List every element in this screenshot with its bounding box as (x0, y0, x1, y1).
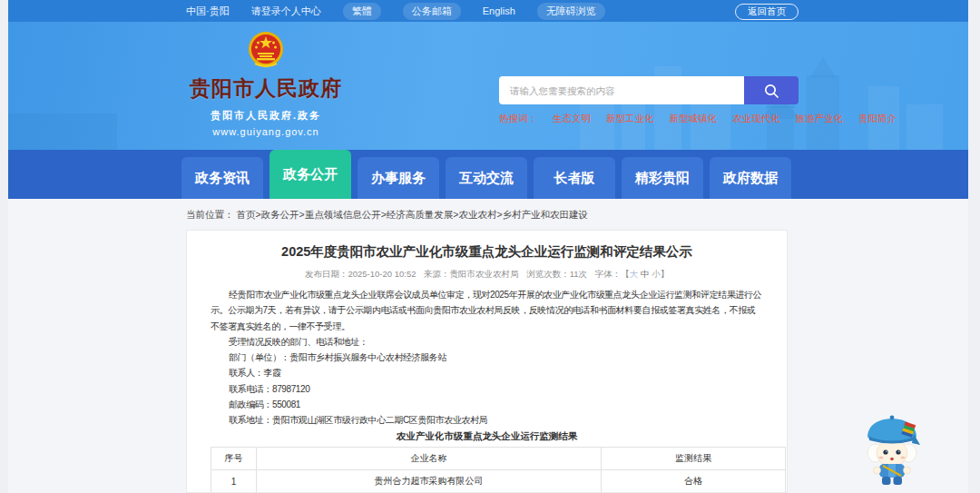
link-traditional-chinese[interactable]: 繁體 (343, 3, 381, 20)
site-url: www.guiyang.gov.cn (186, 126, 346, 137)
site-subtitle: 贵阳市人民政府.政务 (186, 109, 346, 123)
table-header-row: 序号 企业名称 监测结果 (211, 447, 786, 469)
publish-date-label: 发布日期： (305, 269, 348, 279)
views-label: 浏览次数： (526, 269, 570, 279)
publish-date: 2025-10-20 10:52 (348, 269, 416, 279)
font-size-medium-button[interactable]: 中 (641, 269, 650, 279)
paragraph: 联系电话：87987120 (211, 381, 763, 397)
row-no: 1 (211, 469, 257, 493)
back-home-button[interactable]: 返回首页 (735, 4, 799, 20)
breadcrumb-label: 当前位置： (186, 209, 234, 220)
col-header-no: 序号 (211, 447, 257, 469)
nav-tab-splendid-guiyang[interactable]: 精彩贵阳 (622, 157, 703, 199)
paragraph: 部门（单位）：贵阳市乡村振兴服务中心农村经济服务站 (211, 350, 763, 365)
hot-term[interactable]: 生态文明 (553, 113, 591, 125)
hot-term[interactable]: 新型工业化 (606, 113, 654, 125)
link-official-mail[interactable]: 公务邮箱 (403, 3, 461, 20)
hot-term[interactable]: 旅游产业化 (796, 113, 844, 125)
nav-tab-interaction[interactable]: 互动交流 (446, 157, 527, 199)
paragraph: 经贵阳市农业产业化市级重点龙头企业联席会议成员单位审定，现对2025年开展的农业… (211, 287, 763, 334)
breadcrumb-path[interactable]: 首页>政务公开>重点领域信息公开>经济高质量发展>农业农村>乡村产业和农田建设 (236, 209, 588, 220)
paragraph: 邮政编码：550081 (211, 397, 763, 412)
site-logo-block[interactable]: 贵阳市人民政府 贵阳市人民政府.政务 www.guiyang.gov.cn (186, 29, 346, 137)
article-meta: 发布日期：2025-10-20 10:52 来源：贵阳市农业农村局 浏览次数：1… (187, 269, 787, 281)
font-size-label: 字体： (595, 269, 622, 279)
main-nav: 政务资讯 政务公开 办事服务 互动交流 长者版 精彩贵阳 政府数据 (8, 150, 968, 199)
cityscape-silhouette (8, 50, 968, 150)
search-input[interactable] (499, 76, 744, 104)
article-body: 经贵阳市农业产业化市级重点龙头企业联席会议成员单位审定，现对2025年开展的农业… (211, 287, 763, 429)
paragraph: 联系人：李霞 (211, 365, 763, 380)
nav-tab-news[interactable]: 政务资讯 (181, 157, 263, 199)
font-size-small-button[interactable]: 小 (652, 269, 661, 279)
link-accessibility[interactable]: 无障碍浏览 (537, 3, 605, 20)
paragraph: 受理情况反映的部门、电话和地址： (211, 334, 763, 350)
mascot-assistant-figure[interactable] (862, 410, 922, 487)
monitoring-result-table: 序号 企业名称 监测结果 1 贵州合力超市采购有限公司 合格 2 贵州友禾种业有… (211, 447, 786, 493)
page: 中国·贵阳 请登录个人中心 繁體 公务邮箱 English 无障碍浏览 返回首页 (8, 0, 968, 493)
monitor-result: 合格 (602, 469, 786, 493)
views: 11次 (570, 269, 587, 279)
breadcrumb: 当前位置： 首页>政务公开>重点领域信息公开>经济高质量发展>农业农村>乡村产业… (186, 209, 588, 222)
paragraph: 联系地址：贵阳市观山湖区市级行政中心二期C区贵阳市农业农村局 (211, 412, 763, 428)
article-title: 2025年度贵阳市农业产业化市级重点龙头企业运行监测和评定结果公示 (187, 243, 787, 261)
hot-term[interactable]: 农业现代化 (732, 113, 780, 125)
link-english[interactable]: English (483, 5, 515, 16)
company-name: 贵州合力超市采购有限公司 (257, 469, 602, 493)
search-icon (763, 83, 779, 99)
link-login-personal-center[interactable]: 请登录个人中心 (251, 5, 321, 18)
search-button[interactable] (744, 76, 799, 104)
source-label: 来源： (424, 269, 450, 279)
table-caption: 农业产业化市级重点龙头企业运行监测结果 (187, 430, 787, 443)
nav-tab-services[interactable]: 办事服务 (358, 157, 439, 199)
hot-term[interactable]: 贵阳简介 (858, 113, 897, 125)
article-card: 2025年度贵阳市农业产业化市级重点龙头企业运行监测和评定结果公示 发布日期：2… (186, 230, 788, 493)
site-title: 贵阳市人民政府 (186, 74, 346, 103)
font-size-large-button[interactable]: 大 (630, 269, 639, 279)
top-bar-links: 中国·贵阳 请登录个人中心 繁體 公务邮箱 English 无障碍浏览 (186, 3, 605, 20)
link-china-guiyang[interactable]: 中国·贵阳 (186, 5, 230, 18)
header-banner: 贵阳市人民政府 贵阳市人民政府.政务 www.guiyang.gov.cn 热搜… (8, 22, 968, 150)
table-row: 1 贵州合力超市采购有限公司 合格 (211, 469, 786, 493)
nav-tab-gov-data[interactable]: 政府数据 (710, 157, 791, 199)
hot-search-label: 热搜词： (499, 113, 537, 125)
source: 贵阳市农业农村局 (450, 269, 519, 279)
top-bar: 中国·贵阳 请登录个人中心 繁體 公务邮箱 English 无障碍浏览 返回首页 (8, 0, 968, 22)
col-header-result: 监测结果 (602, 447, 786, 469)
nav-tab-gov-affairs-open[interactable]: 政务公开 (270, 150, 351, 199)
hot-search-row: 热搜词： 生态文明 新型工业化 新型城镇化 农业现代化 旅游产业化 贵阳简介 (499, 113, 799, 125)
national-emblem-icon (248, 29, 284, 73)
hot-term[interactable]: 新型城镇化 (670, 113, 718, 125)
nav-tab-senior-version[interactable]: 长者版 (534, 157, 615, 199)
search-block: 热搜词： 生态文明 新型工业化 新型城镇化 农业现代化 旅游产业化 贵阳简介 (499, 76, 799, 125)
col-header-company: 企业名称 (257, 447, 602, 469)
